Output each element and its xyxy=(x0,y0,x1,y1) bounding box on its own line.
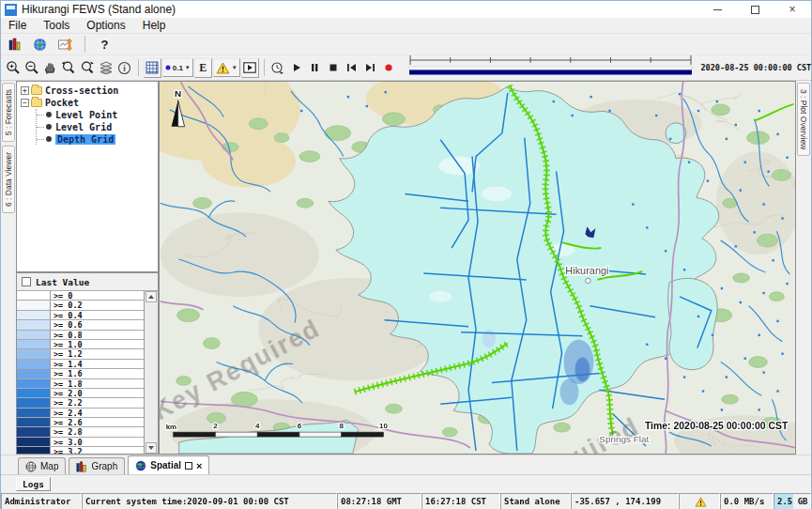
tree-node-label-selected[interactable]: Depth Grid xyxy=(55,134,115,145)
menu-options[interactable]: Options xyxy=(86,19,125,32)
map-time-overlay: Time: 2020-08-25 00:00:00 CST xyxy=(645,421,789,431)
first-frame-button[interactable] xyxy=(343,58,360,78)
layers-button[interactable] xyxy=(98,58,115,78)
legend-row[interactable]: >= 2.4 xyxy=(17,409,144,418)
record-icon xyxy=(384,63,393,72)
legend-label: >= 2.4 xyxy=(51,409,144,417)
info-icon: i xyxy=(117,61,131,75)
grid-display-button[interactable] xyxy=(144,58,161,78)
grid-icon xyxy=(146,61,159,74)
last-value-checkbox[interactable] xyxy=(22,277,31,286)
tree-node-depth-grid[interactable]: Depth Grid xyxy=(37,133,158,145)
menu-file[interactable]: File xyxy=(8,19,26,32)
legend-list: >= 0>= 0.2>= 0.4>= 0.6>= 0.8>= 1.0>= 1.2… xyxy=(17,291,145,454)
help-button[interactable]: ? xyxy=(95,35,115,54)
legend-label: >= 0.6 xyxy=(51,320,144,329)
warning-icon xyxy=(216,62,230,74)
record-button[interactable] xyxy=(380,58,398,78)
dot-icon xyxy=(165,65,171,70)
database-display-button[interactable] xyxy=(5,35,24,54)
tree-node-label[interactable]: Level Grid xyxy=(55,122,112,132)
tab-plot-overview[interactable]: 3 : Plot Overview xyxy=(797,83,810,156)
legend-row[interactable]: >= 1.2 xyxy=(17,349,144,359)
pan-button[interactable] xyxy=(41,58,59,78)
collapse-icon[interactable]: − xyxy=(21,99,29,107)
menu-help[interactable]: Help xyxy=(143,19,166,32)
globe-icon xyxy=(33,38,47,52)
thresholds-dropdown[interactable]: ▼ xyxy=(213,58,240,77)
legend-row[interactable]: >= 2.8 xyxy=(17,427,144,437)
legend-swatch xyxy=(17,389,51,397)
tree-node-cross-section[interactable]: + Cross-section xyxy=(19,85,158,96)
bar-chart-icon xyxy=(8,38,22,51)
bottom-tab-bar: Map Graph Spatial × xyxy=(1,455,811,474)
tab-map[interactable]: Map xyxy=(18,457,66,474)
legend-row[interactable]: >= 1.6 xyxy=(17,369,144,378)
time-slider[interactable] xyxy=(407,54,694,81)
zoom-in-button[interactable] xyxy=(5,58,23,78)
info-button[interactable]: i xyxy=(115,58,133,78)
animation-settings-button[interactable] xyxy=(269,58,287,78)
contour-interval-dropdown[interactable]: 0.1 ▼ xyxy=(162,58,193,77)
pause-icon xyxy=(310,63,319,72)
legend-row[interactable]: >= 0.8 xyxy=(17,331,144,340)
toolbar-separator xyxy=(264,59,265,76)
timeseries-dialog-button[interactable] xyxy=(55,35,75,54)
zoom-out-button[interactable] xyxy=(23,58,41,78)
arrow-down-icon xyxy=(148,446,154,450)
legend-row[interactable]: >= 2.0 xyxy=(17,389,144,398)
status-warning-cell[interactable] xyxy=(679,493,720,509)
legend-row[interactable]: >= 0.2 xyxy=(17,301,144,310)
tree-node-label[interactable]: Level Point xyxy=(55,110,117,120)
close-button[interactable]: × xyxy=(774,1,811,18)
legend-row[interactable]: >= 2.2 xyxy=(17,398,144,408)
legend-row[interactable]: >= 1.8 xyxy=(17,379,144,389)
close-tab-icon[interactable]: × xyxy=(196,460,202,471)
window-title: Hikurangi FEWS (Stand alone) xyxy=(22,3,176,16)
spatial-display-button[interactable] xyxy=(30,35,50,54)
menu-tools[interactable]: Tools xyxy=(43,19,69,32)
legend-row[interactable]: >= 1.0 xyxy=(17,340,144,349)
tab-spatial-label: Spatial xyxy=(150,460,181,470)
animation-window-button[interactable] xyxy=(241,58,259,78)
last-frame-button[interactable] xyxy=(361,58,379,78)
scroll-down-button[interactable] xyxy=(146,442,157,454)
scale-tick: 4 xyxy=(255,422,260,430)
tab-spatial[interactable]: Spatial × xyxy=(128,455,209,474)
logs-button[interactable]: Logs xyxy=(16,477,51,491)
tree-node-level-grid[interactable]: Level Grid xyxy=(37,121,158,132)
stop-button[interactable] xyxy=(325,58,343,78)
tree-node-label[interactable]: Pocket xyxy=(45,98,79,108)
tree-node-pocket[interactable]: − Pocket xyxy=(19,97,158,108)
legend-label: >= 2.6 xyxy=(51,418,144,426)
maximize-button[interactable] xyxy=(736,1,774,18)
play-button[interactable] xyxy=(287,58,305,78)
tab-data-viewer[interactable]: 6 : Data Viewer xyxy=(2,146,15,213)
legend-row[interactable]: >= 0 xyxy=(17,291,144,301)
legend-swatch xyxy=(17,349,51,358)
map-view[interactable]: API Key Required API Key Required Hikura… xyxy=(159,81,796,455)
legend-row[interactable]: >= 3.0 xyxy=(17,438,144,447)
tree-node-label[interactable]: Cross-section xyxy=(45,85,118,96)
tree-node-level-point[interactable]: Level Point xyxy=(37,109,158,120)
expand-icon[interactable]: + xyxy=(21,86,29,95)
zoom-previous-button[interactable] xyxy=(60,58,78,78)
legend-row[interactable]: >= 0.6 xyxy=(17,320,144,330)
legend-row[interactable]: >= 2.6 xyxy=(17,418,144,427)
legend-scrollbar[interactable] xyxy=(145,291,158,454)
minimize-button[interactable] xyxy=(698,1,736,18)
tab-graph[interactable]: Graph xyxy=(69,457,125,474)
legend-label: >= 1.0 xyxy=(51,340,144,348)
globe-icon xyxy=(135,460,146,471)
tab-forecasts[interactable]: 5 : Forecasts xyxy=(2,83,15,142)
scroll-up-button[interactable] xyxy=(146,291,157,302)
legend-row[interactable]: >= 1.4 xyxy=(17,360,144,369)
pause-button[interactable] xyxy=(306,58,324,78)
legend-row[interactable]: >= 3.2 xyxy=(17,447,144,454)
zoom-next-button[interactable] xyxy=(79,58,97,78)
toolbar-separator xyxy=(84,36,85,53)
restore-panel-icon[interactable] xyxy=(185,462,192,470)
scale-unit: km xyxy=(165,423,176,431)
legend-row[interactable]: >= 0.4 xyxy=(17,311,144,320)
editor-button[interactable]: E xyxy=(194,58,212,78)
